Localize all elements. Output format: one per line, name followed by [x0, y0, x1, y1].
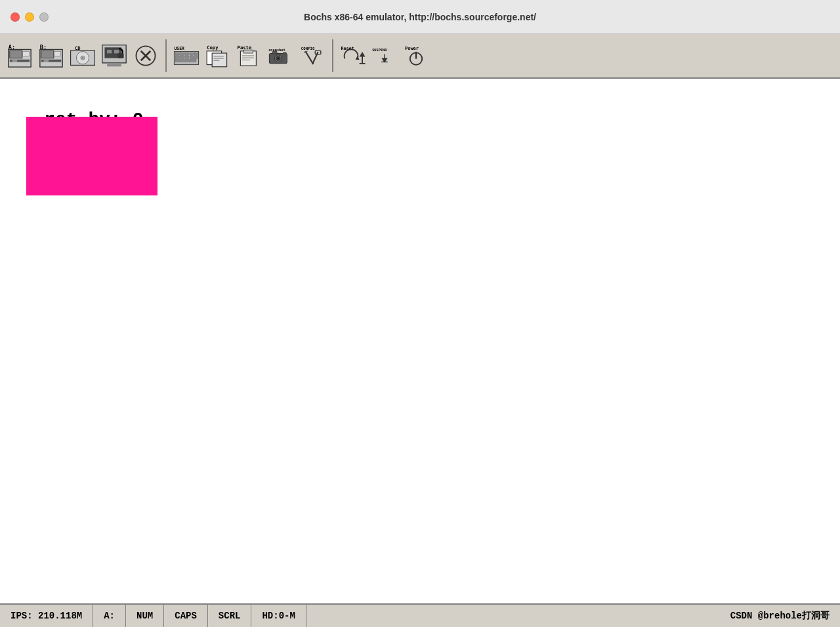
minimize-button[interactable] — [25, 12, 34, 22]
ips-status: IPS: 210.118M — [0, 605, 93, 627]
close-button[interactable] — [10, 12, 20, 22]
svg-marker-65 — [360, 52, 366, 56]
svg-rect-5 — [23, 51, 30, 56]
statusbar: IPS: 210.118M A: NUM CAPS SCRL HD:0-M CS… — [0, 603, 840, 627]
svg-rect-22 — [117, 53, 123, 58]
csdn-status: CSDN @brehole打洞哥 — [720, 605, 840, 627]
svg-marker-59 — [304, 51, 308, 53]
svg-point-16 — [82, 57, 83, 58]
svg-rect-10 — [44, 60, 49, 62]
svg-rect-8 — [41, 51, 54, 58]
num-status: NUM — [126, 605, 164, 627]
toolbar-separator-1 — [165, 39, 167, 72]
toolbar: A: B: CD — [0, 34, 840, 79]
power-floppy-icon[interactable] — [131, 41, 160, 70]
svg-rect-34 — [180, 56, 184, 59]
drive-b-icon[interactable]: B: — [37, 41, 66, 70]
svg-rect-20 — [114, 50, 119, 53]
svg-rect-46 — [243, 50, 253, 53]
svg-text:SUSPEND: SUSPEND — [372, 48, 387, 52]
cd-icon[interactable]: CD — [68, 41, 97, 70]
svg-rect-40 — [212, 53, 226, 67]
hd-status: HD:0-M — [251, 605, 306, 627]
boot-icon[interactable] — [100, 41, 129, 70]
svg-rect-36 — [190, 56, 198, 59]
toolbar-separator-2 — [332, 39, 333, 72]
emulator-display[interactable]: ret by: 0 — [0, 79, 840, 603]
paste-button[interactable]: Paste — [235, 41, 264, 70]
svg-rect-31 — [190, 53, 194, 56]
scrl-status: SCRL — [208, 605, 252, 627]
caps-status: CAPS — [164, 605, 208, 627]
snapshot-button[interactable]: snapshot — [266, 41, 295, 70]
reset-button[interactable]: Reset — [339, 41, 368, 70]
maximize-button[interactable] — [39, 12, 49, 22]
svg-rect-32 — [194, 53, 198, 56]
svg-rect-33 — [176, 56, 180, 59]
drive-a-status: A: — [93, 605, 126, 627]
svg-rect-29 — [180, 53, 184, 56]
svg-rect-19 — [107, 50, 112, 53]
power-button[interactable]: Power — [402, 41, 430, 70]
drive-a-icon[interactable]: A: — [5, 41, 34, 70]
svg-rect-56 — [284, 52, 287, 54]
svg-text:Copy: Copy — [207, 45, 219, 51]
svg-rect-55 — [272, 52, 277, 54]
user-button[interactable]: USER — [172, 41, 201, 70]
svg-rect-2 — [10, 51, 22, 58]
svg-point-54 — [277, 57, 280, 60]
window-title: Bochs x86-64 emulator, http://bochs.sour… — [304, 12, 536, 22]
svg-rect-11 — [54, 51, 61, 56]
svg-text:USER: USER — [174, 46, 184, 51]
svg-line-58 — [306, 52, 313, 64]
suspend-button[interactable]: SUSPEND — [370, 41, 399, 70]
svg-rect-21 — [107, 64, 121, 67]
svg-rect-30 — [185, 53, 189, 56]
copy-button[interactable]: Copy — [203, 41, 232, 70]
window-controls — [10, 12, 49, 22]
svg-text:Power: Power — [405, 46, 419, 51]
svg-rect-28 — [176, 53, 180, 56]
svg-rect-35 — [185, 56, 189, 59]
svg-rect-37 — [176, 60, 196, 62]
svg-rect-4 — [12, 60, 18, 62]
pink-rectangle — [26, 117, 158, 195]
config-button[interactable]: CONFIG — [298, 41, 327, 70]
titlebar: Bochs x86-64 emulator, http://bochs.sour… — [0, 0, 840, 34]
svg-text:CONFIG: CONFIG — [301, 47, 315, 51]
svg-marker-63 — [356, 56, 360, 60]
